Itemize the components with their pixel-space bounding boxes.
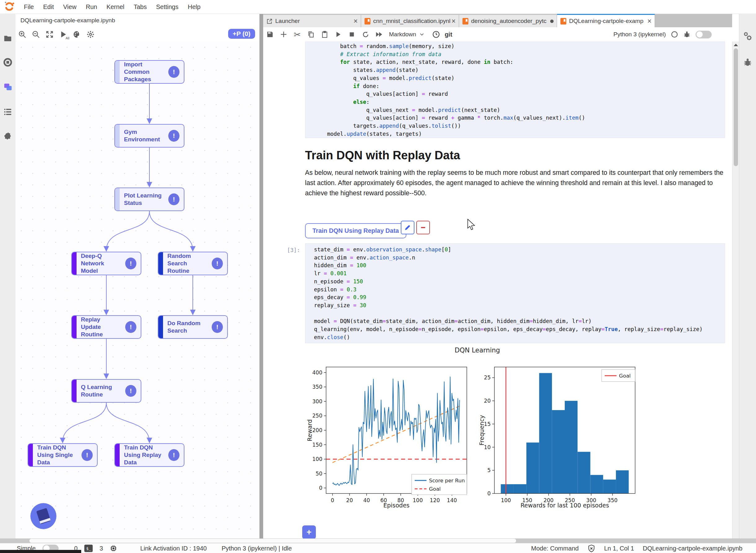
node-warning-icon[interactable]: !: [168, 130, 179, 142]
node-warning-icon[interactable]: !: [125, 321, 137, 333]
code-line[interactable]: n_episode = 150: [314, 279, 363, 285]
cursor-position[interactable]: Ln 1, Col 1: [604, 545, 634, 552]
interrupt-kernel-icon[interactable]: [345, 28, 359, 41]
pipeline-properties-badge[interactable]: +P (0): [228, 29, 255, 39]
pipeline-node-gym-environment[interactable]: Gym Environment!: [114, 124, 184, 148]
property-inspector-gears-icon[interactable]: [742, 31, 753, 42]
node-warning-icon[interactable]: !: [125, 385, 137, 397]
node-warning-icon[interactable]: !: [168, 193, 179, 205]
node-warning-icon[interactable]: !: [212, 321, 223, 333]
pipeline-node-import-common-packages[interactable]: Import Common Packages!: [114, 60, 184, 84]
train-dqn-replay-button[interactable]: Train DQN Using Replay Data: [305, 223, 406, 238]
code-line[interactable]: replay_size = 30: [314, 302, 366, 308]
pipeline-settings-gear-icon[interactable]: [84, 28, 97, 41]
code-line[interactable]: for state, action, next_state, reward, d…: [314, 59, 513, 65]
node-warning-icon[interactable]: !: [212, 258, 223, 269]
tab-dqlearning-cartpole-examp[interactable]: DQLearning-cartpole-examp×: [557, 14, 655, 27]
code-line[interactable]: eps_decay = 0.99: [314, 294, 366, 300]
palette-icon[interactable]: [70, 28, 84, 41]
code-line[interactable]: q_values_next = model.predict(next_state…: [314, 107, 500, 113]
restart-run-all-icon[interactable]: [372, 28, 386, 41]
tab-denoising-autoencoder-pytc[interactable]: denoising_autoencoder_pytc: [459, 15, 557, 27]
command-mode-indicator[interactable]: Mode: Command: [531, 545, 579, 552]
code-line[interactable]: states.append(state): [314, 67, 418, 73]
save-icon[interactable]: [263, 28, 277, 41]
pipeline-node-q-learning-routine[interactable]: Q Learning Routine!: [71, 379, 141, 403]
close-tab-icon[interactable]: ×: [354, 17, 358, 25]
run-cell-icon[interactable]: [331, 28, 345, 41]
table-of-contents-icon[interactable]: [2, 107, 13, 117]
code-line[interactable]: epsilon = 0.3: [314, 287, 356, 293]
pipeline-node-train-dqn-using-replay-data[interactable]: Train DQN Using Replay Data!: [114, 443, 184, 467]
menu-run[interactable]: Run: [81, 3, 102, 10]
horizontal-scrollbar-thumb[interactable]: [29, 539, 516, 543]
scrollbar-thumb[interactable]: [734, 48, 738, 166]
code-line[interactable]: env.close(): [314, 334, 350, 340]
scroll-up-icon[interactable]: [733, 42, 739, 48]
remove-widget-button[interactable]: [416, 221, 430, 234]
pipeline-node-do-random-search[interactable]: Do Random Search!: [158, 315, 228, 339]
terminal-icon[interactable]: $_: [84, 545, 93, 552]
code-line[interactable]: batch = random.sample(memory, size): [314, 43, 454, 49]
edit-widget-button[interactable]: [401, 221, 414, 234]
copy-icon[interactable]: [304, 28, 318, 41]
history-icon[interactable]: [429, 28, 443, 41]
node-warning-icon[interactable]: !: [125, 258, 137, 269]
close-tab-icon[interactable]: ×: [451, 17, 456, 25]
pipeline-notebook-fab[interactable]: [30, 502, 57, 531]
node-warning-icon[interactable]: !: [168, 66, 179, 78]
code-line[interactable]: state_dim = env.observation_space.shape[…: [314, 246, 451, 253]
cut-icon[interactable]: ✂: [290, 28, 304, 41]
code-line[interactable]: targets.append(q_values.tolist()): [314, 123, 461, 129]
notebook-vertical-scrollbar[interactable]: [732, 42, 739, 538]
pipeline-canvas[interactable]: Import Common Packages!Gym Environment!P…: [15, 42, 259, 543]
menu-edit[interactable]: Edit: [38, 3, 58, 10]
code-cell-train-params[interactable]: state_dim = env.observation_space.shape[…: [305, 243, 725, 343]
restart-kernel-icon[interactable]: [359, 28, 372, 41]
simple-mode-toggle-notebook[interactable]: [695, 31, 712, 38]
menu-settings[interactable]: Settings: [151, 3, 183, 10]
fit-to-view-icon[interactable]: [43, 28, 57, 41]
pipeline-editor-icon[interactable]: [2, 82, 13, 92]
paste-icon[interactable]: [318, 28, 331, 41]
code-line[interactable]: lr = 0.001: [314, 270, 346, 276]
bug-icon[interactable]: [683, 31, 691, 38]
cell-type-dropdown[interactable]: Markdown: [389, 31, 425, 38]
menu-kernel[interactable]: Kernel: [102, 3, 129, 10]
zoom-out-icon[interactable]: [29, 28, 43, 41]
kernel-status-text[interactable]: Python 3 (ipykernel) | Idle: [222, 545, 292, 552]
node-warning-icon[interactable]: !: [168, 449, 179, 461]
code-cell-replay-function[interactable]: batch = random.sample(memory, size) # Ex…: [305, 42, 725, 138]
code-line[interactable]: model.update(states, targets): [314, 131, 422, 137]
tab-launcher[interactable]: Launcher×: [263, 15, 361, 27]
code-line[interactable]: q_values[action] = reward + gamma * torc…: [314, 115, 585, 121]
code-line[interactable]: model = DQN(state_dim=state_dim, action_…: [314, 318, 592, 324]
pipeline-node-train-dqn-using-single-data[interactable]: Train DQN Using Single Data!: [27, 443, 98, 467]
menu-view[interactable]: View: [59, 3, 81, 10]
code-line[interactable]: q_learning(env, model, n_episode=n_episo…: [314, 326, 703, 332]
trust-shield-icon[interactable]: [587, 544, 595, 552]
zoom-in-icon[interactable]: [15, 28, 29, 41]
running-kernels-icon[interactable]: [2, 57, 13, 68]
code-line[interactable]: q_values = model.predict(state): [314, 75, 454, 81]
menu-help[interactable]: Help: [183, 3, 205, 10]
menu-file[interactable]: File: [19, 3, 38, 10]
add-cell-button[interactable]: +: [302, 526, 316, 538]
kernel-name[interactable]: Python 3 (ipykernel): [613, 31, 666, 38]
pipeline-node-replay-update-routine[interactable]: Replay Update Routine!: [71, 315, 141, 339]
kernel-count[interactable]: 3: [99, 545, 103, 552]
add-cell-icon[interactable]: [277, 28, 290, 41]
close-tab-icon[interactable]: ×: [648, 17, 652, 25]
code-line[interactable]: else:: [314, 99, 369, 105]
pipeline-tab-title[interactable]: DQLearning-cartpole-example.ipynb: [20, 17, 115, 24]
node-warning-icon[interactable]: !: [82, 449, 93, 461]
code-line[interactable]: hidden_dim = 100: [314, 262, 366, 268]
horizontal-scrollbar[interactable]: [0, 538, 756, 543]
run-pipeline-icon[interactable]: All: [57, 28, 70, 41]
menu-tabs[interactable]: Tabs: [129, 3, 151, 10]
extensions-icon[interactable]: [2, 131, 13, 142]
code-line[interactable]: # Extract information from data: [314, 51, 441, 57]
pipeline-node-plot-learning-status[interactable]: Plot Learning Status!: [114, 187, 184, 211]
git-label[interactable]: git: [445, 31, 452, 38]
file-browser-icon[interactable]: [2, 33, 13, 44]
